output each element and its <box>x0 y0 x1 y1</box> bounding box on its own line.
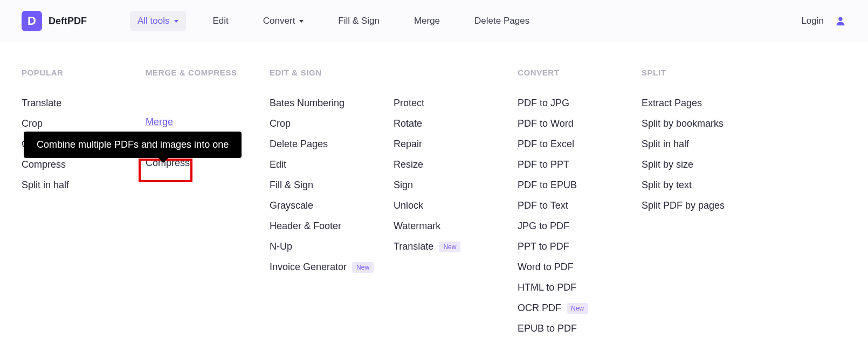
convert-pdf-excel[interactable]: PDF to Excel <box>518 139 642 150</box>
mega-menu: Combine multiple PDFs and images into on… <box>0 42 868 351</box>
convert-ocr-pdf[interactable]: OCR PDF New <box>518 302 642 314</box>
col-popular: POPULAR Translate Crop OCR PDF Compress … <box>22 68 146 343</box>
convert-pdf-word[interactable]: PDF to Word <box>518 118 642 129</box>
convert-pdf-ppt[interactable]: PDF to PPT <box>518 159 642 170</box>
split-by-text[interactable]: Split by text <box>642 180 766 191</box>
edit-sign-crop[interactable]: Crop <box>270 118 394 129</box>
col-edit-sign-a: EDIT & SIGN Bates Numbering Crop Delete … <box>270 68 394 343</box>
heading-convert: CONVERT <box>518 68 642 77</box>
popular-split-in-half[interactable]: Split in half <box>22 180 146 191</box>
edit-sign-fill-sign[interactable]: Fill & Sign <box>270 180 394 191</box>
convert-word-pdf[interactable]: Word to PDF <box>518 261 642 273</box>
brand-logo-icon: D <box>22 11 42 31</box>
edit-sign-translate[interactable]: Translate New <box>394 241 518 252</box>
edit-sign-watermark[interactable]: Watermark <box>394 221 518 232</box>
main-nav: All tools Edit Convert Fill & Sign Merge… <box>130 11 537 31</box>
col-convert: CONVERT PDF to JPG PDF to Word PDF to Ex… <box>518 68 642 343</box>
col-edit-sign-b: Protect Rotate Repair Resize Sign Unlock… <box>394 68 518 343</box>
edit-sign-sign[interactable]: Sign <box>394 180 518 191</box>
edit-sign-edit[interactable]: Edit <box>270 159 394 170</box>
edit-sign-repair[interactable]: Repair <box>394 139 518 150</box>
new-badge: New <box>567 303 588 314</box>
heading-merge-compress: MERGE & COMPRESS <box>146 68 270 77</box>
merge-compress-merge[interactable]: Merge <box>146 116 270 128</box>
nav-all-tools[interactable]: All tools <box>130 11 186 31</box>
nav-convert[interactable]: Convert <box>256 11 312 31</box>
split-by-pages[interactable]: Split PDF by pages <box>642 200 766 211</box>
convert-ppt-pdf[interactable]: PPT to PDF <box>518 241 642 252</box>
merge-link[interactable]: Merge <box>146 116 173 128</box>
new-badge: New <box>352 262 374 273</box>
split-by-size[interactable]: Split by size <box>642 159 766 170</box>
heading-edit-sign: EDIT & SIGN <box>270 68 394 77</box>
edit-sign-grayscale[interactable]: Grayscale <box>270 200 394 211</box>
edit-sign-n-up[interactable]: N-Up <box>270 241 394 252</box>
nav-all-tools-label: All tools <box>137 16 170 26</box>
heading-split: SPLIT <box>642 68 766 77</box>
convert-pdf-text[interactable]: PDF to Text <box>518 200 642 211</box>
edit-sign-resize[interactable]: Resize <box>394 159 518 170</box>
convert-jpg-pdf[interactable]: JPG to PDF <box>518 221 642 232</box>
edit-sign-header-footer[interactable]: Header & Footer <box>270 221 394 232</box>
popular-compress[interactable]: Compress <box>22 159 146 170</box>
popular-crop[interactable]: Crop <box>22 118 146 129</box>
edit-sign-rotate[interactable]: Rotate <box>394 118 518 129</box>
convert-html-pdf[interactable]: HTML to PDF <box>518 282 642 293</box>
user-icon[interactable] <box>835 15 846 27</box>
edit-sign-protect[interactable]: Protect <box>394 98 518 109</box>
edit-sign-unlock[interactable]: Unlock <box>394 200 518 211</box>
col-merge-compress: MERGE & COMPRESS Merge Combine & Reorder… <box>146 68 270 343</box>
topbar-right: Login <box>801 15 846 27</box>
edit-sign-delete-pages[interactable]: Delete Pages <box>270 139 394 150</box>
col-split: SPLIT Extract Pages Split by bookmarks S… <box>642 68 766 343</box>
nav-edit[interactable]: Edit <box>205 11 236 31</box>
edit-sign-invoice-generator[interactable]: Invoice Generator New <box>270 261 394 273</box>
nav-delete-pages[interactable]: Delete Pages <box>467 11 537 31</box>
merge-tooltip: Combine multiple PDFs and images into on… <box>24 132 242 158</box>
invoice-generator-label: Invoice Generator <box>270 261 347 273</box>
heading-edit-sign-spacer <box>394 68 518 77</box>
split-extract-pages[interactable]: Extract Pages <box>642 98 766 109</box>
convert-pdf-jpg[interactable]: PDF to JPG <box>518 98 642 109</box>
nav-convert-label: Convert <box>263 16 295 26</box>
chevron-down-icon <box>299 20 304 23</box>
svg-point-0 <box>838 17 842 21</box>
brand-name: DeftPDF <box>49 16 87 27</box>
login-link[interactable]: Login <box>801 16 824 26</box>
new-badge: New <box>439 242 460 252</box>
popular-translate[interactable]: Translate <box>22 98 146 109</box>
nav-fill-sign[interactable]: Fill & Sign <box>330 11 387 31</box>
convert-pdf-epub[interactable]: PDF to EPUB <box>518 180 642 191</box>
nav-merge[interactable]: Merge <box>407 11 447 31</box>
convert-epub-pdf[interactable]: EPUB to PDF <box>518 323 642 334</box>
brand[interactable]: D DeftPDF <box>22 11 87 31</box>
chevron-down-icon <box>174 20 178 23</box>
ocr-pdf-label: OCR PDF <box>518 302 561 314</box>
split-by-bookmarks[interactable]: Split by bookmarks <box>642 118 766 129</box>
topbar: D DeftPDF All tools Edit Convert Fill & … <box>0 0 868 42</box>
edit-sign-bates[interactable]: Bates Numbering <box>270 98 394 109</box>
translate-label: Translate <box>394 241 433 252</box>
split-in-half[interactable]: Split in half <box>642 139 766 150</box>
heading-popular: POPULAR <box>22 68 146 77</box>
